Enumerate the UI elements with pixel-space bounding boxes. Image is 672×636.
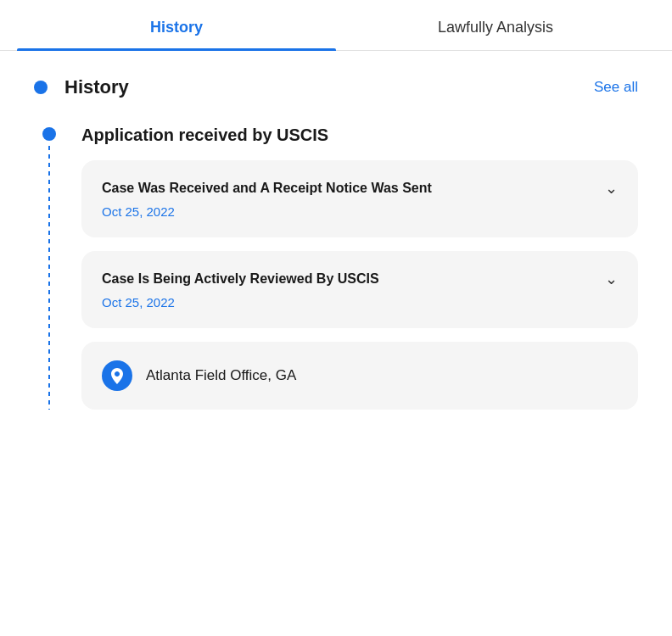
card-2: Case Is Being Actively Reviewed By USCIS… bbox=[81, 251, 638, 328]
tab-bar: History Lawfully Analysis bbox=[0, 0, 672, 51]
timeline-dashed-line bbox=[48, 146, 50, 410]
card-2-header: Case Is Being Actively Reviewed By USCIS… bbox=[102, 270, 618, 288]
card-2-date: Oct 25, 2022 bbox=[102, 295, 618, 310]
history-dot bbox=[34, 81, 48, 94]
location-text: Atlanta Field Office, GA bbox=[146, 367, 296, 384]
card-1-header: Case Was Received and A Receipt Notice W… bbox=[102, 179, 618, 198]
tab-lawfully[interactable]: Lawfully Analysis bbox=[336, 0, 655, 50]
card-1-title: Case Was Received and A Receipt Notice W… bbox=[102, 181, 432, 196]
location-card: Atlanta Field Office, GA bbox=[81, 342, 638, 410]
see-all-link[interactable]: See all bbox=[594, 79, 638, 96]
app-section-title: Application received by USCIS bbox=[81, 124, 638, 145]
timeline-left-col bbox=[34, 124, 64, 410]
history-section-title: History bbox=[64, 76, 129, 98]
card-1: Case Was Received and A Receipt Notice W… bbox=[81, 160, 638, 237]
chevron-down-icon-2[interactable]: ⌄ bbox=[605, 270, 618, 288]
location-pin-icon bbox=[102, 360, 132, 391]
card-1-date: Oct 25, 2022 bbox=[102, 204, 618, 219]
app-content: Application received by USCIS Case Was R… bbox=[81, 124, 638, 410]
chevron-down-icon[interactable]: ⌄ bbox=[605, 179, 618, 198]
svg-point-0 bbox=[102, 360, 132, 391]
app-dot bbox=[42, 127, 56, 141]
tab-history[interactable]: History bbox=[17, 0, 336, 50]
main-content: History See all Application received by … bbox=[0, 51, 672, 435]
application-section: Application received by USCIS Case Was R… bbox=[34, 124, 638, 410]
card-2-title: Case Is Being Actively Reviewed By USCIS bbox=[102, 271, 379, 287]
